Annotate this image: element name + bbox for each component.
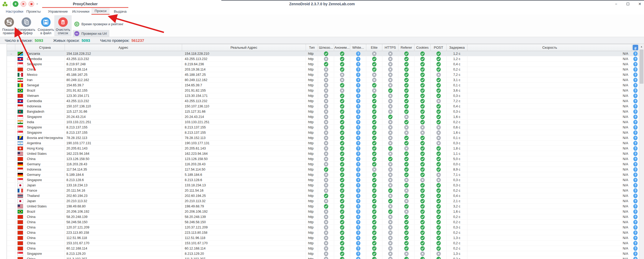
- check-ok-icon: [420, 204, 425, 209]
- menu-item-4[interactable]: Источники: [69, 8, 92, 15]
- cell-address: 20.24.43.214: [65, 114, 182, 119]
- check-ok-icon: [420, 193, 425, 198]
- toolbar-button-1[interactable]: Показать правила: [1, 15, 18, 36]
- scrollbar-thumb[interactable]: [640, 49, 643, 84]
- table-row[interactable]: Argentina190.103.177.131190.103.177.131h…: [7, 141, 639, 146]
- table-row[interactable]: Singapore8.213.128.68.213.128.6http?0,3 …: [7, 177, 639, 183]
- table-row[interactable]: China111.3.102.207111.3.102.207http?0,2 …: [7, 256, 639, 259]
- check-fail-icon: [388, 141, 393, 146]
- cell-https: [382, 51, 398, 56]
- toolbar-toggle-1[interactable]: Время проверки и рейтинг: [73, 21, 126, 28]
- table-row[interactable]: China112.51.96.118112.51.96.118http?1,3 …: [7, 235, 639, 241]
- svg-text:?: ?: [635, 105, 636, 108]
- cell-cookies: [414, 88, 431, 93]
- check-ok-icon: [372, 251, 377, 256]
- check-ok-icon: [340, 199, 344, 203]
- table-row[interactable]: Singapore8.213.137.1558.213.137.155http?…: [7, 125, 639, 130]
- table-row[interactable]: France20.111.54.1620.111.54.16http?0,2 с…: [7, 188, 639, 193]
- cell-gateway: [318, 109, 334, 114]
- column-header-post[interactable]: POST: [431, 44, 447, 51]
- vertical-scrollbar[interactable]: ▲: [639, 44, 644, 259]
- cell-type: http: [306, 256, 318, 259]
- cell-white: ?: [350, 56, 366, 61]
- table-row[interactable]: Brazil20.206.106.19220.206.106.192http?1…: [7, 209, 639, 214]
- table-row[interactable]: China123.126.158.50123.126.158.50http?5,…: [7, 156, 639, 162]
- column-header-elite[interactable]: Elite: [366, 44, 382, 51]
- cell-google-check: ?: [632, 230, 639, 235]
- table-row[interactable]: China58.246.58.15058.246.58.150http?0,2 …: [7, 220, 639, 225]
- cell-referer: [398, 214, 414, 219]
- table-row[interactable]: China223.113.80.158223.113.80.158http?0,…: [7, 230, 639, 235]
- cell-https: [382, 193, 398, 198]
- scroll-up-arrow-icon[interactable]: ▲: [639, 44, 644, 49]
- column-header-google[interactable]: g: [632, 44, 639, 51]
- table-row[interactable]: Bangladesh115.127.31.66115.127.31.66http…: [7, 109, 639, 114]
- column-header-referer[interactable]: Referer: [398, 44, 414, 51]
- column-header-indicator[interactable]: [7, 44, 15, 51]
- table-row[interactable]: Japan20.210.113.3220.210.113.32http?2,1 …: [7, 198, 639, 204]
- table-row[interactable]: Indonesia117.54.114.35117.54.114.50http?…: [7, 167, 639, 172]
- table-row[interactable]: Germany116.203.28.43116.203.28.43http?0,…: [7, 162, 639, 167]
- table-row[interactable]: Germany5.189.184.65.189.184.6http?7,1 сN…: [7, 172, 639, 177]
- table-row[interactable]: Singapore8.213.137.1558.213.137.155http?…: [7, 130, 639, 135]
- table-row[interactable]: China60.12.168.11460.12.168.114http?0,2 …: [7, 246, 639, 251]
- column-header-country[interactable]: Страна: [25, 44, 65, 51]
- toolbar-button-2[interactable]: Копировать в буфер: [18, 15, 35, 36]
- menu-item-3[interactable]: Управление: [45, 8, 71, 15]
- table-row[interactable]: Singapore8.219.97.2488.219.64.236http?0,…: [7, 62, 639, 67]
- column-header-cookies[interactable]: Cookies: [414, 44, 431, 51]
- table-row[interactable]: Thailand202.60.194.23202.60.194.25http?0…: [7, 193, 639, 198]
- column-header-https[interactable]: HTTPS: [382, 44, 398, 51]
- table-row[interactable]: Vietnam123.30.154.171123.30.154.171http?…: [7, 93, 639, 98]
- column-header-gateway[interactable]: Шлюзо...: [318, 44, 334, 51]
- table-row[interactable]: India103.133.221.251103.133.221.251http?…: [7, 119, 639, 125]
- toolbar-overflow-chevron-icon[interactable]: »: [36, 2, 38, 5]
- column-header-real_address[interactable]: Реальный Адрес: [182, 44, 306, 51]
- maximize-button[interactable]: [623, 1, 633, 7]
- table-row[interactable]: Singapore8.213.129.208.213.129.20http?1,…: [7, 251, 639, 256]
- table-row[interactable]: →Tanzania154.118.228.212154.118.228.210h…: [7, 51, 639, 56]
- table-row[interactable]: Mexico45.188.167.2545.188.167.25http?7,2…: [7, 72, 639, 77]
- table-row[interactable]: Hong Kong20.205.61.14320.205.61.143http?…: [7, 146, 639, 151]
- cell-white: ?: [350, 220, 366, 225]
- menu-item-5[interactable]: Прокси: [91, 8, 110, 15]
- table-row[interactable]: Cambodia43.255.113.23243.255.113.232http…: [7, 98, 639, 104]
- run-button[interactable]: [21, 1, 26, 7]
- column-header-delay[interactable]: Задержка: [447, 44, 467, 51]
- column-header-anonymity[interactable]: Аноним...: [334, 44, 350, 51]
- table-row[interactable]: China203.19.38.114203.19.38.114http?0,2 …: [7, 67, 639, 72]
- column-header-address[interactable]: Адрес: [65, 44, 182, 51]
- table-row[interactable]: China120.37.121.209120.37.121.209http?0,…: [7, 225, 639, 230]
- cell-flag: [15, 177, 25, 182]
- column-header-speed[interactable]: Скорость: [467, 44, 632, 51]
- menu-item-6[interactable]: Выдача: [111, 8, 130, 15]
- column-header-white[interactable]: White...: [350, 44, 366, 51]
- menu-item-1[interactable]: Настройки: [3, 8, 26, 15]
- document-tab-proxychecker[interactable]: ProxyChecker: [42, 0, 128, 8]
- table-row[interactable]: Bosnia and Herzegovina78.28.152.11378.28…: [7, 135, 639, 141]
- table-row[interactable]: United States162.223.94.164162.223.94.16…: [7, 151, 639, 156]
- stop-button[interactable]: [28, 1, 34, 7]
- table-row[interactable]: Japan133.18.234.13133.18.234.13http?0,3 …: [7, 183, 639, 188]
- table-row[interactable]: Brazil201.91.82.155201.91.82.155http?3,6…: [7, 88, 639, 93]
- toolbar-button-4[interactable]: Очистить список: [54, 15, 72, 36]
- cell-https: [382, 188, 398, 193]
- table-row[interactable]: China153.101.67.170153.101.67.170http?0,…: [7, 241, 639, 246]
- table-row[interactable]: Iran80.249.112.16280.249.112.162http?3,1…: [7, 77, 639, 83]
- column-header-type[interactable]: Тип: [306, 44, 318, 51]
- table-row[interactable]: Singapore20.24.43.21420.24.43.214http?1,…: [7, 114, 639, 119]
- table-row[interactable]: Cambodia43.255.113.23243.255.113.232http…: [7, 56, 639, 62]
- flag-china-icon: [17, 246, 23, 251]
- cell-address: 133.18.234.13: [65, 183, 182, 188]
- minimize-button[interactable]: −: [611, 1, 621, 7]
- table-row[interactable]: United States198.49.68.80198.49.68.79htt…: [7, 204, 639, 209]
- close-button[interactable]: ✕: [635, 1, 644, 7]
- column-header-flag[interactable]: [15, 44, 25, 51]
- table-row[interactable]: Indonesia150.107.136.110150.107.136.110h…: [7, 104, 639, 109]
- new-project-button[interactable]: +: [13, 1, 18, 7]
- table-row[interactable]: China58.20.248.13958.20.248.139http?0,2 …: [7, 214, 639, 220]
- menu-item-2[interactable]: Проекты: [23, 8, 44, 15]
- table-row[interactable]: Senegal154.65.39.7154.65.39.7http?0,1 сN…: [7, 83, 639, 88]
- toolbar-button-3[interactable]: Сохранить в файл: [37, 15, 55, 36]
- toolbar-toggle-2[interactable]: URLПроверки на Url: [73, 30, 109, 37]
